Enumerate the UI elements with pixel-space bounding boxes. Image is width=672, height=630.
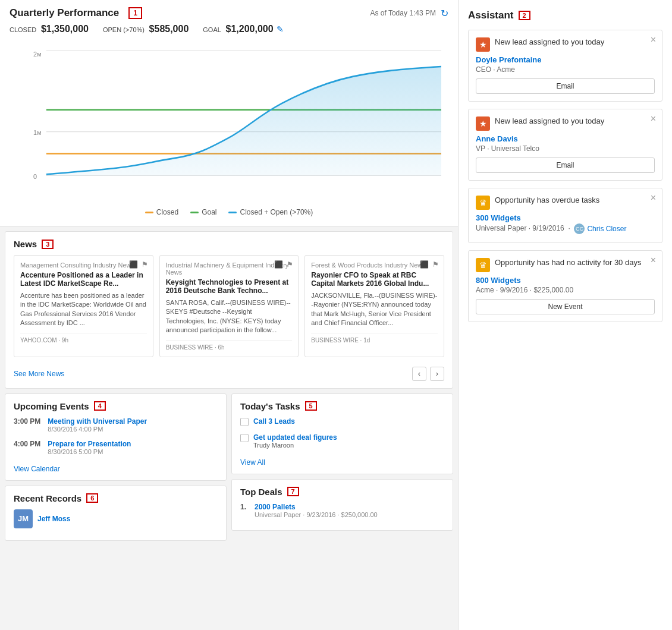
assist-sub-1: VP · Universal Telco [476,144,655,153]
share-icon-2[interactable]: ⬛ [420,260,429,269]
legend-goal: Goal [190,208,216,216]
opp-icon-3: ♛ [476,258,490,272]
legend-closed: Closed [145,208,178,216]
news-body-2: JACKSONVILLE, Fla.--(BUSINESS WIRE)--Ray… [311,291,438,328]
news-section: News 3 ⬛ ⚑ Management Consulting Industr… [5,231,453,389]
svg-text:Jul: Jul [57,181,65,182]
tasks-title: Today's Tasks [240,401,300,411]
goal-value: $1,200,000 [226,24,274,34]
top-deals-card: Top Deals 7 1. 2000 Pallets Universal Pa… [231,479,453,531]
assist-email-btn-0[interactable]: Email [476,78,655,94]
news-footer-1: BUSINESS WIRE · 6h [166,340,293,351]
goal-label: GOAL [203,26,221,33]
news-actions-2[interactable]: ⬛ ⚑ [420,260,439,269]
flag-icon-2[interactable]: ⚑ [432,260,439,269]
performance-chart: 0 1м 2м Jul Aug Sep [33,44,441,182]
opp-title-3[interactable]: 800 Widgets [476,276,655,285]
refresh-icon[interactable]: ↻ [441,8,448,19]
news-item-0: ⬛ ⚑ Management Consulting Industry News … [14,255,153,357]
see-more-news-link[interactable]: See More News [14,370,64,378]
news-actions-0[interactable]: ⬛ ⚑ [129,260,148,269]
news-badge: 3 [42,240,54,249]
svg-text:Sep: Sep [400,181,411,182]
tasks-badge: 5 [305,401,317,411]
event-row-0: 3:00 PM Meeting with Universal Paper 8/3… [14,417,218,433]
timestamp-text: As of Today 1:43 PM [370,9,436,17]
svg-text:2м: 2м [33,51,42,58]
news-next-button[interactable]: › [430,367,444,381]
user-avatar-2: CC [574,223,585,234]
assistant-panel: Assistant 2 × ★ New lead assigned to you… [458,0,672,630]
tasks-card: Today's Tasks 5 Call 3 Leads Get updated… [231,393,453,474]
flag-icon[interactable]: ⚑ [142,260,148,269]
assist-label-1: New lead assigned to you today [495,116,655,125]
svg-text:1м: 1м [33,129,42,136]
svg-text:Aug: Aug [231,181,243,182]
assist-label-0: New lead assigned to you today [495,37,655,46]
opp-user-2[interactable]: CC Chris Closer [574,223,626,234]
recent-row-0: JM Jeff Moss [14,509,218,528]
events-badge: 4 [94,401,106,411]
share-icon-1[interactable]: ⬛ [274,260,283,269]
task-title-0[interactable]: Call 3 Leads [253,417,295,426]
recent-name-0[interactable]: Jeff Moss [37,515,70,523]
assist-sub-0: CEO · Acme [476,65,655,74]
assist-card-3: × ♛ Opportunity has had no activity for … [468,250,662,322]
assist-email-btn-1[interactable]: Email [476,158,655,173]
close-card-2[interactable]: × [651,193,656,203]
legend-open: Closed + Open (>70%) [228,208,313,216]
avatar-0: JM [14,509,33,528]
close-card-1[interactable]: × [651,114,656,124]
news-actions-1[interactable]: ⬛ ⚑ [274,260,293,269]
news-body-0: Accenture has been positioned as a leade… [20,291,147,328]
view-calendar-link[interactable]: View Calendar [14,465,60,473]
performance-section: Quarterly Performance 1 As of Today 1:43… [0,0,458,226]
recent-badge: 6 [86,493,98,503]
event-title-0[interactable]: Meeting with Universal Paper [48,417,147,426]
task-checkbox-0[interactable] [240,418,249,426]
deal-row-0: 1. 2000 Pallets Universal Paper · 9/23/2… [240,503,444,518]
assistant-title-text: Assistant [468,10,514,21]
news-source-1: Industrial Machinery & Equipment Industr… [166,262,293,276]
opp-meta-2: Universal Paper · 9/19/2016 · CC Chris C… [476,223,655,234]
legend-closed-label: Closed [156,208,178,216]
event-date-0: 8/30/2016 4:00 PM [48,426,147,433]
event-title-1[interactable]: Prepare for Presentation [48,440,131,448]
new-event-btn-3[interactable]: New Event [476,299,655,314]
news-navigation: ‹ › [412,367,444,381]
edit-icon[interactable]: ✎ [277,24,284,34]
event-row-1: 4:00 PM Prepare for Presentation 8/30/20… [14,440,218,455]
view-all-tasks-link[interactable]: View All [240,458,265,467]
goal-stat: GOAL $1,200,000 ✎ [203,24,284,34]
deal-title-0[interactable]: 2000 Pallets [255,503,378,511]
performance-stats: CLOSED $1,350,000 OPEN (>70%) $585,000 G… [10,24,448,34]
flag-icon-1[interactable]: ⚑ [287,260,293,269]
closed-value: $1,350,000 [41,24,89,34]
news-source-2: Forest & Wood Products Industry News [311,262,438,269]
main-panel: Quarterly Performance 1 As of Today 1:43… [0,0,458,630]
chart-legend: Closed Goal Closed + Open (>70%) [10,208,448,221]
legend-goal-dot [190,212,199,213]
close-card-3[interactable]: × [651,256,656,265]
assist-name-1[interactable]: Anne Davis [476,134,655,143]
section-badge-1: 1 [128,7,142,19]
deals-badge: 7 [287,487,299,496]
open-stat: OPEN (>70%) $585,000 [103,24,189,34]
svg-text:0: 0 [33,172,37,179]
timestamp-area: As of Today 1:43 PM ↻ [370,8,448,19]
opp-icon-2: ♛ [476,196,490,210]
task-row-1: Get updated deal figures Trudy Maroon [240,433,444,449]
task-title-1[interactable]: Get updated deal figures [253,433,337,442]
close-card-0[interactable]: × [651,35,656,45]
news-footer-2: BUSINESS WIRE · 1d [311,333,438,344]
task-checkbox-1[interactable] [240,434,249,442]
assist-name-0[interactable]: Doyle Prefontaine [476,55,655,64]
news-footer-0: YAHOO.COM · 9h [20,333,147,344]
events-title: Upcoming Events [14,401,89,411]
open-label: OPEN (>70%) [103,26,145,33]
share-icon[interactable]: ⬛ [129,260,138,269]
event-time-1: 4:00 PM [14,440,40,448]
news-prev-button[interactable]: ‹ [412,367,426,381]
opp-title-2[interactable]: 300 Widgets [476,213,655,222]
news-item-1: ⬛ ⚑ Industrial Machinery & Equipment Ind… [159,255,299,357]
